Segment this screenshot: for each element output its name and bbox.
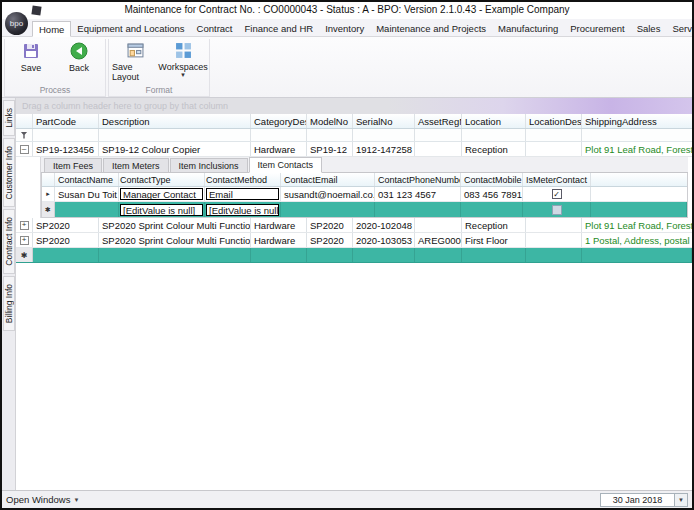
cell-modelno[interactable]: SP2020 (307, 233, 353, 247)
cell-serialno[interactable]: 1912-147258 (353, 142, 415, 156)
new-locationdesc-cell[interactable] (526, 248, 582, 262)
cell-locationdesc[interactable] (526, 218, 582, 232)
checkbox-indeterminate-icon[interactable] (552, 205, 562, 215)
date-dropdown-icon[interactable]: ▼ (674, 494, 687, 506)
detail-new-row[interactable]: ✱ [EditValue is null] [EditValue is null… (42, 202, 687, 217)
contacttype-editor[interactable]: Manager Contact (120, 188, 203, 200)
filter-assetregno[interactable] (415, 129, 462, 141)
cell-modelno[interactable]: SP2020 (307, 218, 353, 232)
tab-item-contacts[interactable]: Item Contacts (249, 157, 323, 173)
cell-shippingaddress[interactable]: Plot 91 Leaf Road, Forest Hills,... (582, 218, 692, 232)
new-contactmethod-editor[interactable]: [EditValue is null] (206, 204, 279, 216)
cell-description[interactable]: SP2020 Sprint Colour Multi Functional Co… (99, 233, 251, 247)
sidebar-item-contract-info[interactable]: Contract Info (3, 209, 15, 274)
new-contactmethod-cell[interactable]: [EditValue is null] (205, 202, 281, 217)
tab-item-fees[interactable]: Item Fees (44, 158, 102, 172)
filter-locationdesc[interactable] (526, 129, 582, 141)
cell-partcode[interactable]: SP2020 (33, 233, 99, 247)
collapse-icon[interactable]: – (20, 145, 29, 154)
grid-row-sp2020-103053[interactable]: + SP2020 SP2020 Sprint Colour Multi Func… (16, 233, 692, 248)
ribbon-tab-service[interactable]: Service (666, 20, 694, 36)
ribbon-tab-manufacturing[interactable]: Manufacturing (492, 20, 564, 36)
ribbon-tab-contract[interactable]: Contract (191, 20, 239, 36)
date-picker[interactable]: 30 Jan 2018 ▼ (600, 493, 688, 507)
cell-assetregno[interactable]: AREG000048 (415, 233, 462, 247)
detail-header-ismetercontact[interactable]: IsMeterContact (523, 173, 591, 186)
detail-header-contactname[interactable]: ContactName (55, 173, 119, 186)
cell-description[interactable]: SP2020 Sprint Colour Multi Functional Co… (99, 218, 251, 232)
expand-icon[interactable]: + (20, 221, 29, 230)
back-button[interactable]: Back (56, 40, 102, 84)
cell-assetregno[interactable] (415, 142, 462, 156)
ribbon-tab-home[interactable]: Home (32, 21, 71, 37)
filter-partcode[interactable] (33, 129, 99, 141)
new-contactmobile-cell[interactable] (461, 202, 523, 217)
filter-modelno[interactable] (307, 129, 353, 141)
detail-row-contact[interactable]: ▸ Susan Du Toit Manager Contact Email su… (42, 187, 687, 202)
detail-header-contacttype[interactable]: ContactType (119, 173, 205, 186)
filter-description[interactable] (99, 129, 251, 141)
header-assetregno[interactable]: AssetRegNo (415, 114, 462, 128)
new-shippingaddress-cell[interactable] (582, 248, 692, 262)
group-by-panel[interactable]: Drag a column header here to group by th… (16, 98, 692, 114)
sidebar-item-links[interactable]: Links (3, 100, 15, 136)
new-partcode-cell[interactable] (33, 248, 99, 262)
cell-modelno[interactable]: SP19-12 (307, 142, 353, 156)
cell-serialno[interactable]: 2020-102048 (353, 218, 415, 232)
cell-contactemail[interactable]: susandt@noemail.co.za (281, 187, 375, 201)
new-ismetercontact-cell[interactable] (523, 202, 591, 217)
header-locationdesc[interactable]: LocationDesc (526, 114, 582, 128)
cell-contacttype[interactable]: Manager Contact (119, 187, 205, 201)
cell-description[interactable]: SP19-12 Colour Copier (99, 142, 251, 156)
open-windows-button[interactable]: Open Windows ▼ (6, 494, 79, 505)
header-shippingaddress[interactable]: ShippingAddress (582, 114, 692, 128)
cell-partcode[interactable]: SP19-123456 (33, 142, 99, 156)
new-categorydesc-cell[interactable] (251, 248, 307, 262)
expand-icon[interactable]: + (20, 236, 29, 245)
detail-header-contactmobile[interactable]: ContactMobile (461, 173, 523, 186)
new-contactname-cell[interactable] (55, 202, 119, 217)
cell-contactmobile[interactable]: 083 456 7891 (461, 187, 523, 201)
checkbox-checked-icon[interactable]: ✓ (552, 189, 562, 199)
cell-locationdesc[interactable] (526, 142, 582, 156)
bpo-logo[interactable]: bpo (5, 12, 28, 35)
new-contacttype-cell[interactable]: [EditValue is null] (119, 202, 205, 217)
header-description[interactable]: Description (99, 114, 251, 128)
header-serialno[interactable]: SerialNo (353, 114, 415, 128)
cell-contactmethod[interactable]: Email (205, 187, 281, 201)
grid-row-sp19-123456[interactable]: – SP19-123456 SP19-12 Colour Copier Hard… (16, 142, 692, 157)
save-layout-button[interactable]: Save Layout (112, 40, 158, 84)
tab-item-meters[interactable]: Item Meters (103, 158, 169, 172)
filter-location[interactable] (462, 129, 526, 141)
tab-item-inclusions[interactable]: Item Inclusions (170, 158, 248, 172)
cell-serialno[interactable]: 2020-103053 (353, 233, 415, 247)
new-serialno-cell[interactable] (353, 248, 415, 262)
header-categorydesc[interactable]: CategoryDesc (251, 114, 307, 128)
cell-location[interactable]: Reception (462, 218, 526, 232)
filter-funnel-icon[interactable] (21, 132, 28, 139)
header-modelno[interactable]: ModelNo (307, 114, 353, 128)
cell-categorydesc[interactable]: Hardware (251, 233, 307, 247)
cell-location[interactable]: First Floor (462, 233, 526, 247)
cell-locationdesc[interactable] (526, 233, 582, 247)
detail-header-contactemail[interactable]: ContactEmail (281, 173, 375, 186)
cell-categorydesc[interactable]: Hardware (251, 218, 307, 232)
detail-header-contactphonenumber[interactable]: ContactPhoneNumber (375, 173, 461, 186)
new-contactemail-cell[interactable] (281, 202, 375, 217)
ribbon-tab-procurement[interactable]: Procurement (564, 20, 630, 36)
filter-shippingaddress[interactable] (582, 129, 692, 141)
cell-shippingaddress[interactable]: Plot 91 Leaf Road, Forest Hills,... (582, 142, 692, 156)
new-description-cell[interactable] (99, 248, 251, 262)
new-modelno-cell[interactable] (307, 248, 353, 262)
new-assetregno-cell[interactable] (415, 248, 462, 262)
sidebar-item-billing-info[interactable]: Billing Info (3, 276, 15, 331)
ribbon-tab-maintenance-and-projects[interactable]: Maintenance and Projects (370, 20, 492, 36)
grid-new-row[interactable]: ✱ (16, 248, 692, 263)
header-partcode[interactable]: PartCode (33, 114, 99, 128)
filter-categorydesc[interactable] (251, 129, 307, 141)
header-location[interactable]: Location (462, 114, 526, 128)
detail-header-contactmethod[interactable]: ContactMethod (205, 173, 281, 186)
sidebar-item-customer-info[interactable]: Customer Info (3, 138, 15, 207)
cell-assetregno[interactable] (415, 218, 462, 232)
new-location-cell[interactable] (462, 248, 526, 262)
